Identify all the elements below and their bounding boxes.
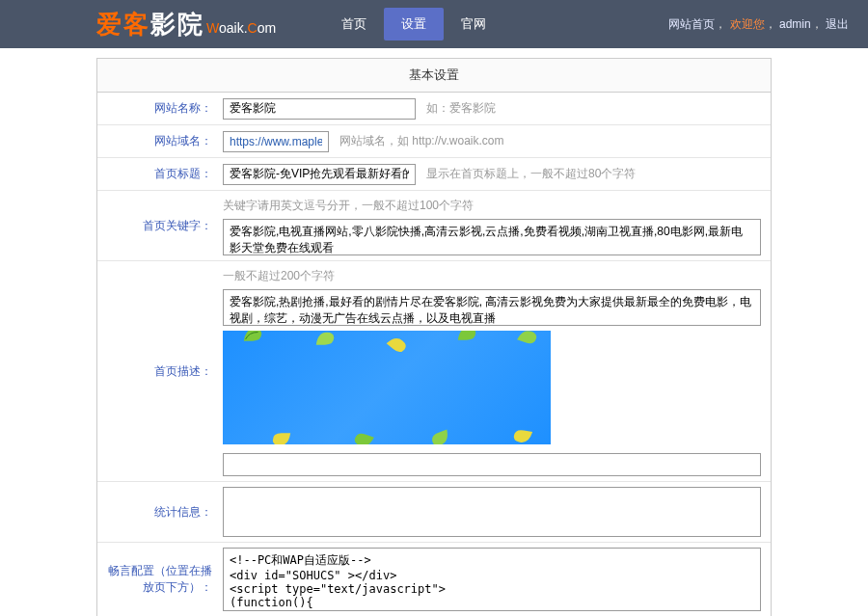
row-keywords: 首页关键字： 关键字请用英文逗号分开，一般不超过100个字符 <box>97 191 771 261</box>
nav-settings[interactable]: 设置 <box>384 8 444 40</box>
label-domain: 网站域名： <box>97 125 218 157</box>
input-domain[interactable] <box>223 131 329 152</box>
section-basic-title: 基本设置 <box>97 59 771 93</box>
leaf-icon <box>242 331 263 342</box>
logo: 爱客 影院 Woaik.Com <box>96 8 276 41</box>
banner-image <box>223 331 551 444</box>
row-changyan: 畅言配置（位置在播放页下方）： <box>97 543 771 616</box>
textarea-changyan[interactable] <box>223 548 761 611</box>
label-keywords: 首页关键字： <box>97 191 218 260</box>
content-panel: 基本设置 网站名称： 如：爱客影院 网站域名： 网站域名，如 http://v.… <box>96 58 772 616</box>
input-site-name[interactable] <box>223 98 416 120</box>
textarea-stats[interactable] <box>223 487 761 537</box>
hint-description: 一般不超过200个字符 <box>223 266 335 286</box>
link-site-home[interactable]: 网站首页 <box>668 17 715 31</box>
textarea-below-banner[interactable] <box>223 453 761 476</box>
label-changyan: 畅言配置（位置在播放页下方）： <box>97 543 218 616</box>
nav-official[interactable]: 官网 <box>444 8 503 40</box>
label-home-title: 首页标题： <box>97 158 218 190</box>
leaf-icon <box>351 430 376 444</box>
leaf-icon <box>456 331 477 341</box>
leaf-icon <box>511 427 534 444</box>
row-home-title: 首页标题： 显示在首页标题上，一般不超过80个字符 <box>97 158 771 191</box>
hint-home-title: 显示在首页标题上，一般不超过80个字符 <box>426 166 636 182</box>
nav-home[interactable]: 首页 <box>324 8 384 40</box>
hint-site-name: 如：爱客影院 <box>426 100 496 117</box>
input-home-title[interactable] <box>223 164 416 185</box>
topbar: 爱客 影院 Woaik.Com 首页 设置 官网 网站首页， 欢迎您， admi… <box>0 0 868 48</box>
label-stats: 统计信息： <box>97 482 218 542</box>
top-right-links: 网站首页， 欢迎您， admin， 退出 <box>668 16 849 33</box>
label-site-name: 网站名称： <box>97 93 218 124</box>
row-domain: 网站域名： 网站域名，如 http://v.woaik.com <box>97 125 771 158</box>
label-description: 首页描述： <box>97 261 218 481</box>
row-site-name: 网站名称： 如：爱客影院 <box>97 93 771 125</box>
hint-keywords: 关键字请用英文逗号分开，一般不超过100个字符 <box>223 196 474 216</box>
row-stats: 统计信息： <box>97 482 771 543</box>
leaf-icon <box>314 331 336 346</box>
logo-text-2: 影院 <box>150 8 204 41</box>
link-logout[interactable]: 退出 <box>826 17 849 31</box>
textarea-keywords[interactable] <box>223 219 761 255</box>
logo-domain: Woaik.Com <box>206 20 276 36</box>
welcome-text: 欢迎您 <box>730 17 765 31</box>
leaf-icon <box>384 332 410 357</box>
leaf-icon <box>428 428 453 444</box>
main-nav: 首页 设置 官网 <box>324 8 503 40</box>
leaf-icon <box>271 432 292 444</box>
hint-domain: 网站域名，如 http://v.woaik.com <box>339 133 503 149</box>
link-admin[interactable]: admin <box>779 17 811 31</box>
leaf-icon <box>515 331 540 347</box>
logo-text-1: 爱客 <box>96 8 150 41</box>
row-description: 首页描述： 一般不超过200个字符 <box>97 261 771 482</box>
textarea-description[interactable] <box>223 289 761 326</box>
